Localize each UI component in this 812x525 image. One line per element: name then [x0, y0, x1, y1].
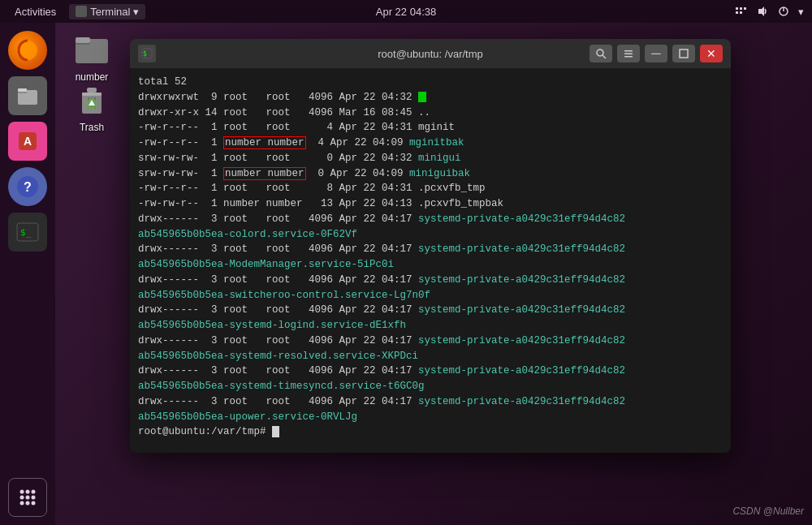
- close-icon: ✕: [706, 48, 716, 59]
- terminal-line-22: drwx------ 3 root root 4096 Apr 22 04:17…: [138, 394, 723, 410]
- terminal-line-15: ab545965b0b5ea-switcheroo-control.servic…: [138, 288, 723, 303]
- apps-grid-icon: [16, 486, 39, 509]
- terminal-line-12: drwx------ 3 root root 4096 Apr 22 04:17…: [138, 242, 723, 257]
- svg-point-26: [32, 501, 36, 506]
- terminal-close-button[interactable]: ✕: [700, 45, 723, 62]
- maximize-icon: [679, 49, 689, 58]
- terminal-line-17: ab545965b0b5ea-systemd-logind.service-dE…: [138, 318, 723, 334]
- svg-point-24: [20, 501, 24, 506]
- terminal-window-title: root@ubuntu: /var/tmp: [378, 48, 483, 60]
- desktop-icon-number[interactable]: number: [63, 29, 120, 83]
- svg-point-25: [26, 501, 30, 506]
- svg-point-22: [26, 496, 30, 500]
- terminal-line-10: drwx------ 3 root root 4096 Apr 22 04:17…: [138, 212, 723, 227]
- sidebar-item-software[interactable]: A: [8, 122, 47, 161]
- terminal-body[interactable]: total 52 drwxrwxrwt 9 root root 4096 Apr…: [130, 68, 731, 453]
- terminal-icon: $: [141, 48, 153, 59]
- terminal-line-9: -rw-rw-r-- 1 number number 13 Apr 22 04:…: [138, 196, 723, 212]
- svg-rect-4: [740, 11, 742, 14]
- terminal-line-5: -rw-r--r-- 1 number number 4 Apr 22 04:0…: [138, 136, 723, 151]
- svg-point-21: [20, 496, 24, 500]
- svg-rect-0: [736, 7, 738, 10]
- terminal-line-14: drwx------ 3 root root 4096 Apr 22 04:17…: [138, 273, 723, 288]
- terminal-search-button[interactable]: [590, 45, 612, 62]
- terminal-minimize-button[interactable]: ─: [645, 45, 667, 62]
- files-icon: [15, 84, 40, 108]
- terminal-line-11: ab545965b0b5ea-colord.service-0F62Vf: [138, 227, 723, 243]
- terminal-line-3: drwxr-xr-x 14 root root 4096 Mar 16 08:4…: [138, 105, 723, 121]
- terminal-window: $ root@ubuntu: /var/tmp: [130, 39, 731, 453]
- svg-rect-29: [76, 37, 90, 43]
- svg-rect-32: [87, 88, 97, 93]
- svg-rect-11: [18, 88, 27, 92]
- svg-rect-3: [736, 11, 738, 14]
- help-icon: ?: [15, 174, 40, 199]
- power-icon[interactable]: [777, 5, 790, 18]
- terminal-cursor: [272, 426, 279, 437]
- activities-button[interactable]: Activities: [8, 4, 63, 19]
- dock-bottom: [8, 478, 47, 517]
- topbar: Activities Terminal ▾ Apr 22 04:38 ▾: [0, 0, 812, 23]
- terminal-controls: ─ ✕: [590, 45, 723, 62]
- terminal-titlebar: $ root@ubuntu: /var/tmp: [130, 39, 731, 68]
- terminal-line-1: total 52: [138, 75, 723, 90]
- watermark: CSDN @Nullber: [732, 506, 804, 517]
- svg-point-19: [26, 490, 30, 494]
- sidebar-item-files[interactable]: [8, 76, 47, 115]
- software-icon: A: [15, 129, 40, 153]
- svg-rect-2: [744, 7, 746, 10]
- svg-rect-41: [624, 50, 633, 52]
- firefox-icon: [15, 37, 41, 63]
- number-folder-icon: [72, 29, 111, 68]
- svg-point-23: [32, 496, 36, 500]
- sidebar-item-firefox[interactable]: [8, 31, 47, 70]
- terminal-menu-button[interactable]: [617, 45, 640, 62]
- terminal-line-6: srw-rw-rw- 1 root root 0 Apr 22 04:32 mi…: [138, 151, 723, 166]
- terminal-line-19: ab545965b0b5ea-systemd-resolved.service-…: [138, 349, 723, 364]
- search-icon: [595, 48, 607, 59]
- terminal-line-23: ab545965b0b5ea-upower.service-0RVLJg: [138, 410, 723, 425]
- svg-point-39: [597, 49, 603, 56]
- hamburger-icon: [623, 48, 634, 59]
- sidebar-item-help[interactable]: ?: [8, 167, 47, 206]
- sidebar-dock: A ? $_: [0, 23, 55, 525]
- terminal-dropdown-arrow: ▾: [133, 6, 139, 18]
- terminal-titlebar-icon: $: [138, 45, 156, 62]
- terminal-line-7: srw-rw-rw- 1 number number 0 Apr 22 04:0…: [138, 166, 723, 182]
- terminal-topbar-label: Terminal: [90, 6, 130, 18]
- network-icon[interactable]: [735, 5, 748, 18]
- sidebar-item-apps[interactable]: [8, 478, 47, 517]
- terminal-prompt-line: root@ubuntu:/var/tmp#: [138, 424, 723, 440]
- desktop-icon-trash[interactable]: Trash: [63, 80, 120, 133]
- terminal-dock-icon: $_: [15, 220, 40, 244]
- topbar-left: Activities Terminal ▾: [8, 4, 145, 19]
- trash-icon-label: Trash: [80, 122, 104, 133]
- svg-rect-43: [624, 56, 633, 58]
- svg-marker-5: [758, 6, 764, 16]
- terminal-line-21: ab545965b0b5ea-systemd-timesyncd.service…: [138, 379, 723, 394]
- svg-rect-1: [740, 7, 742, 10]
- svg-rect-31: [82, 93, 102, 96]
- minimize-icon: ─: [651, 47, 660, 60]
- desktop: A ? $_: [0, 23, 812, 525]
- terminal-line-13: ab545965b0b5ea-ModemManager.service-5iPc…: [138, 257, 723, 273]
- svg-point-18: [20, 490, 24, 494]
- topbar-datetime: Apr 22 04:38: [376, 6, 436, 18]
- sound-icon[interactable]: [756, 5, 769, 18]
- terminal-indicator[interactable]: Terminal ▾: [69, 4, 145, 19]
- terminal-line-16: drwx------ 3 root root 4096 Apr 22 04:17…: [138, 303, 723, 318]
- svg-line-40: [603, 55, 606, 58]
- terminal-line-8: -rw-r--r-- 1 root root 8 Apr 22 04:31 .p…: [138, 181, 723, 196]
- terminal-line-18: drwx------ 3 root root 4096 Apr 22 04:17…: [138, 334, 723, 349]
- trash-icon: [72, 80, 111, 118]
- terminal-line-4: -rw-r--r-- 1 root root 4 Apr 22 04:31 mg…: [138, 120, 723, 136]
- svg-text:A: A: [24, 135, 32, 148]
- topbar-dropdown[interactable]: ▾: [798, 6, 804, 18]
- svg-text:?: ?: [24, 180, 32, 194]
- sidebar-item-terminal[interactable]: $_: [8, 213, 47, 252]
- terminal-maximize-button[interactable]: [672, 45, 695, 62]
- svg-text:$: $: [143, 50, 147, 58]
- svg-rect-42: [624, 54, 633, 55]
- svg-rect-44: [680, 49, 688, 58]
- terminal-line-2: drwxrwxrwt 9 root root 4096 Apr 22 04:32: [138, 90, 723, 105]
